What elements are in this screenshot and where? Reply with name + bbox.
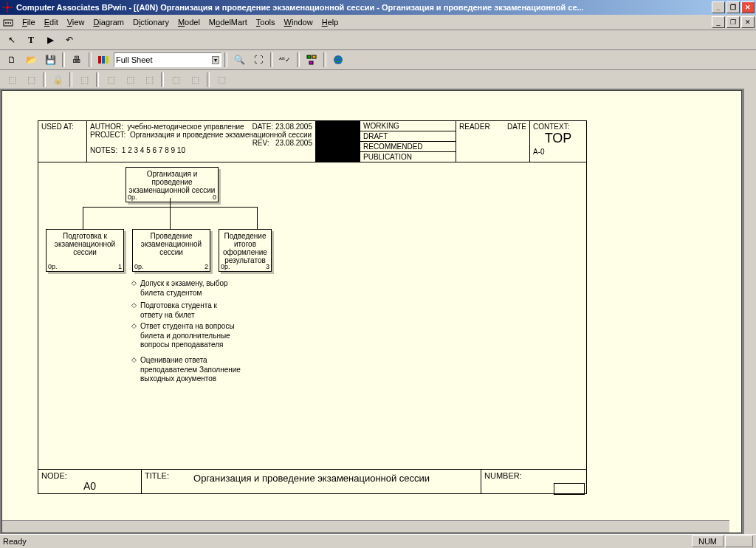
maximize-button[interactable]: ❐ (726, 1, 740, 13)
mdi-restore-button[interactable]: ❐ (726, 16, 740, 28)
svg-rect-6 (102, 56, 105, 64)
palette-icon[interactable] (94, 51, 112, 69)
menu-window[interactable]: Window (280, 16, 317, 28)
menu-view[interactable]: View (63, 16, 89, 28)
svg-rect-8 (307, 55, 311, 58)
svg-rect-9 (312, 55, 316, 58)
toolbar-draw: ↖ T ▶ ↶ (0, 30, 756, 50)
title-bar: Computer Associates BPwin - [(A0N) Орган… (0, 0, 756, 15)
subitem-1: Допуск к экзамену, выбор билета студенто… (133, 279, 236, 298)
h-scrollbar[interactable] (2, 520, 729, 532)
status-num: NUM (692, 535, 724, 547)
used-at-cell: USED AT: (38, 121, 87, 162)
pointer-tool-icon[interactable]: ↖ (3, 31, 21, 49)
svg-rect-7 (106, 56, 109, 64)
subitem-4: Оценивание ответа преподавателем Заполне… (133, 356, 244, 384)
toolbar-main: 🗋 📂 💾 🖶 Full Sheet 🔍 ⛶ ᴬᴮ✓ (0, 50, 756, 70)
close-button[interactable]: ✕ (741, 1, 755, 13)
footer-number-cell: NUMBER: (481, 470, 586, 493)
work-area: USED AT: AUTHOR: учебно-методическое упр… (0, 89, 756, 535)
menu-tools[interactable]: Tools (252, 16, 280, 28)
mm-icon-5: ⬚ (121, 71, 139, 89)
mm-icon-6: ⬚ (140, 71, 158, 89)
zoom-in-icon[interactable]: 🔍 (230, 51, 248, 69)
sheet-header: USED AT: AUTHOR: учебно-методическое упр… (38, 121, 586, 162)
idef-sheet: USED AT: AUTHOR: учебно-методическое упр… (38, 120, 587, 494)
v-scrollbar[interactable] (743, 89, 756, 535)
svg-rect-10 (309, 61, 313, 64)
node-2[interactable]: Проведение экзаменационной сессии 0р.2 (132, 229, 210, 272)
author-cell: AUTHOR: учебно-методическое управление D… (87, 121, 316, 162)
mdi-minimize-button[interactable]: _ (712, 16, 725, 28)
undo-icon[interactable]: ↶ (61, 31, 78, 49)
footer-node-cell: NODE: A0 (38, 470, 142, 493)
mm-icon-2: ⬚ (22, 71, 40, 89)
node-root[interactable]: Организация и проведение экзаменационной… (126, 167, 219, 202)
svg-point-3 (7, 22, 9, 24)
minimize-button[interactable]: _ (712, 1, 725, 13)
menu-edit[interactable]: Edit (40, 16, 63, 28)
spellcheck-icon[interactable]: ᴬᴮ✓ (276, 51, 294, 69)
menu-dictionary[interactable]: Dictionary (128, 16, 173, 28)
open-icon[interactable]: 📂 (22, 51, 40, 69)
svg-point-11 (334, 55, 343, 64)
zoom-area-icon[interactable]: ⛶ (250, 51, 267, 69)
subitem-2: Подготовка студента к ответу на билет (133, 301, 236, 320)
app-icon (1, 1, 13, 13)
new-icon[interactable]: 🗋 (3, 51, 21, 69)
toolbar-modelmart: ⬚ ⬚ 🔒 ⬚ ⬚ ⬚ ⬚ ⬚ ⬚ ⬚ (0, 70, 756, 90)
zoom-combo[interactable]: Full Sheet (114, 52, 221, 67)
svg-point-2 (5, 22, 7, 24)
node-1[interactable]: Подготовка к экзаменационной сессии 0р.1 (46, 229, 124, 272)
menu-file[interactable]: File (18, 16, 40, 28)
text-tool-icon[interactable]: T (22, 31, 40, 49)
mdi-close-button[interactable]: ✕ (741, 16, 755, 28)
mm-icon-8: ⬚ (186, 71, 204, 89)
status-empty-cell (725, 535, 753, 547)
status-ready: Ready (3, 537, 27, 546)
mm-icon-9: ⬚ (213, 71, 230, 89)
svg-point-0 (6, 6, 9, 9)
sheet-footer: NODE: A0 TITLE: Организация и проведение… (38, 469, 586, 493)
menu-bar: File Edit View Diagram Dictionary Model … (0, 15, 756, 30)
play-icon[interactable]: ▶ (41, 31, 59, 49)
diagram-canvas[interactable]: USED AT: AUTHOR: учебно-методическое упр… (1, 90, 742, 533)
print-icon[interactable]: 🖶 (68, 51, 86, 69)
subitem-3: Ответ студента на вопросы билета и допол… (133, 322, 244, 350)
mm-icon-7: ⬚ (167, 71, 185, 89)
tree-icon[interactable] (303, 51, 320, 69)
header-black-cell (316, 121, 360, 162)
globe-icon[interactable] (329, 51, 347, 69)
svg-rect-5 (98, 56, 101, 64)
status-rows: WORKING DRAFT RECOMMENDED PUBLICATION (360, 121, 456, 162)
svg-point-4 (10, 22, 11, 24)
reader-cell: READERDATE (456, 121, 530, 162)
mm-icon-1: ⬚ (3, 71, 21, 89)
menu-diagram[interactable]: Diagram (89, 16, 128, 28)
status-bar: Ready NUM (0, 534, 756, 548)
mm-icon-4: ⬚ (102, 71, 120, 89)
save-icon[interactable]: 💾 (41, 51, 59, 69)
menu-help[interactable]: Help (317, 16, 343, 28)
mm-icon-3: ⬚ (75, 71, 93, 89)
window-title: Computer Associates BPwin - [(A0N) Орган… (16, 3, 584, 12)
mm-lock-icon: 🔒 (49, 71, 66, 89)
footer-title-cell: TITLE: Организация и проведение экзамена… (142, 470, 481, 493)
menu-modelmart[interactable]: ModelMart (205, 16, 252, 28)
sheet-body: Организация и проведение экзаменационной… (38, 162, 586, 469)
node-3[interactable]: Подведение итогов оформление результатов… (219, 229, 272, 272)
context-cell: CONTEXT: TOP A-0 (530, 121, 586, 162)
child-window-icon (3, 17, 13, 27)
menu-model[interactable]: Model (173, 16, 205, 28)
